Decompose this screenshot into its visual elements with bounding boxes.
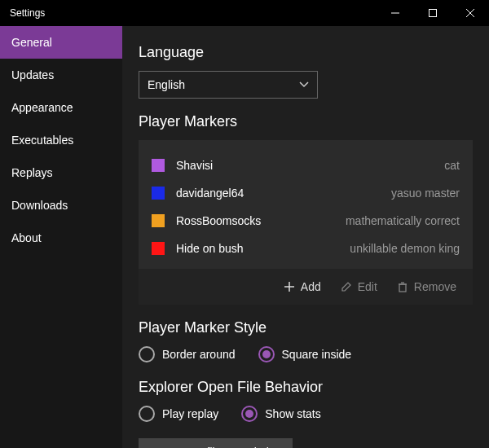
marker-note: unkillable demon king — [350, 242, 460, 255]
chevron-down-icon — [299, 81, 309, 88]
marker-color-swatch — [152, 214, 165, 227]
settings-window: Settings General Updates Appearance Exec… — [0, 0, 489, 448]
plus-icon — [284, 281, 295, 292]
radio-border-around[interactable]: Border around — [139, 346, 236, 362]
marker-note: mathematically correct — [346, 214, 460, 227]
edit-label: Edit — [358, 280, 377, 293]
maximize-icon — [429, 9, 437, 17]
marker-note: cat — [444, 159, 460, 172]
radio-label: Show stats — [265, 407, 320, 420]
marker-color-swatch — [152, 159, 165, 172]
marker-name: Hide on bush — [176, 242, 244, 255]
marker-note: yasuo master — [391, 187, 460, 200]
window-title: Settings — [0, 7, 377, 19]
sidebar-item-label: Appearance — [11, 101, 73, 114]
player-marker-row[interactable]: Hide on bush unkillable demon king — [152, 235, 460, 262]
marker-name: Shavisi — [176, 159, 213, 172]
player-markers-heading: Player Markers — [139, 113, 473, 130]
marker-name: davidangel64 — [176, 187, 244, 200]
explorer-behavior-radios: Play replay Show stats — [139, 406, 473, 422]
minimize-button[interactable] — [377, 0, 414, 26]
radio-dot — [245, 410, 253, 418]
marker-style-heading: Player Marker Style — [139, 319, 473, 336]
radio-circle — [258, 346, 275, 362]
remove-label: Remove — [414, 280, 456, 293]
trash-icon — [397, 281, 408, 292]
sidebar-item-label: About — [11, 231, 42, 244]
language-select[interactable]: English — [139, 71, 318, 99]
close-button[interactable] — [452, 0, 489, 26]
titlebar: Settings — [0, 0, 489, 26]
player-markers-panel: Shavisi cat davidangel64 yasuo master Ro… — [139, 140, 473, 305]
marker-color-swatch — [152, 242, 165, 255]
sidebar-item-about[interactable]: About — [0, 222, 122, 254]
sidebar-item-replays[interactable]: Replays — [0, 156, 122, 189]
marker-color-swatch — [152, 187, 165, 200]
sidebar-item-downloads[interactable]: Downloads — [0, 189, 122, 222]
radio-label: Play replay — [162, 407, 218, 420]
radio-circle — [139, 406, 155, 422]
radio-circle — [241, 406, 258, 422]
sidebar-item-appearance[interactable]: Appearance — [0, 91, 122, 124]
language-value: English — [148, 78, 185, 91]
player-marker-row[interactable]: RossBoomsocks mathematically correct — [152, 207, 460, 235]
svg-rect-6 — [399, 284, 406, 292]
radio-show-stats[interactable]: Show stats — [241, 406, 320, 422]
explorer-behavior-heading: Explorer Open File Behavior — [139, 379, 473, 396]
radio-square-inside[interactable]: Square inside — [258, 346, 352, 362]
add-label: Add — [301, 280, 321, 293]
sidebar-item-label: Replays — [11, 166, 53, 179]
radio-play-replay[interactable]: Play replay — [139, 406, 218, 422]
sidebar-item-label: Updates — [11, 68, 54, 81]
remove-marker-button[interactable]: Remove — [389, 275, 465, 298]
radio-circle — [139, 346, 155, 362]
sidebar-item-executables[interactable]: Executables — [0, 124, 122, 156]
sidebar-item-label: General — [11, 36, 52, 49]
player-markers-list: Shavisi cat davidangel64 yasuo master Ro… — [139, 140, 473, 269]
sidebar-item-label: Downloads — [11, 199, 68, 212]
player-markers-actions: Add Edit Remove — [139, 269, 473, 305]
player-marker-row[interactable]: davidangel64 yasuo master — [152, 179, 460, 207]
radio-dot — [262, 350, 271, 358]
sidebar-item-label: Executables — [11, 134, 73, 147]
sidebar-item-updates[interactable]: Updates — [0, 59, 122, 91]
marker-name: RossBoomsocks — [176, 214, 261, 227]
radio-label: Square inside — [282, 348, 352, 361]
svg-rect-1 — [430, 10, 437, 17]
add-marker-button[interactable]: Add — [275, 275, 329, 298]
sidebar: General Updates Appearance Executables R… — [0, 26, 122, 448]
player-marker-row[interactable]: Shavisi cat — [152, 152, 460, 179]
window-body: General Updates Appearance Executables R… — [0, 26, 489, 448]
edit-marker-button[interactable]: Edit — [333, 275, 385, 298]
close-icon — [466, 9, 474, 17]
set-rofl-association-button[interactable]: Set .ROFL file association — [139, 438, 293, 448]
language-heading: Language — [139, 44, 473, 61]
content-pane: Language English Player Markers Shavisi … — [122, 26, 489, 448]
minimize-icon — [391, 9, 399, 17]
marker-style-radios: Border around Square inside — [139, 346, 473, 362]
maximize-button[interactable] — [414, 0, 452, 26]
pencil-icon — [341, 281, 352, 292]
sidebar-item-general[interactable]: General — [0, 26, 122, 59]
radio-label: Border around — [162, 348, 236, 361]
